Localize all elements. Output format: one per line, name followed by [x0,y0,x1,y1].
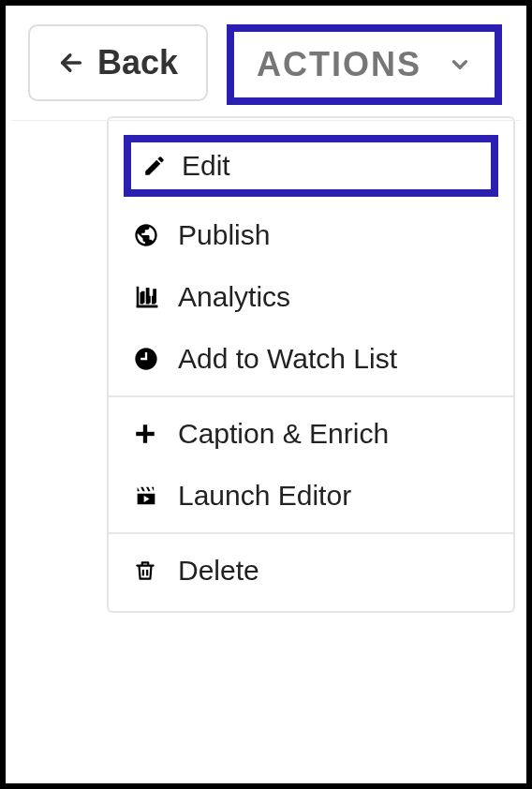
menu-item-label: Caption & Enrich [178,418,389,450]
menu-item-analytics[interactable]: Analytics [109,266,513,328]
menu-item-label: Publish [178,219,270,251]
menu-item-label: Delete [178,555,259,587]
plus-icon [133,422,178,446]
globe-icon [133,222,178,248]
pencil-icon [142,154,182,178]
svg-rect-6 [136,432,155,436]
arrow-left-icon [58,50,84,76]
menu-item-caption-enrich[interactable]: Caption & Enrich [109,403,513,465]
svg-rect-2 [140,292,144,305]
svg-rect-3 [146,288,150,305]
back-label: Back [97,43,178,82]
svg-rect-4 [152,296,155,305]
menu-item-watch-list[interactable]: Add to Watch List [109,328,513,390]
bar-chart-icon [133,283,178,311]
actions-label: ACTIONS [257,45,421,84]
actions-dropdown-menu: Edit Publish Analytics [107,116,515,613]
menu-item-publish[interactable]: Publish [109,204,513,266]
clock-icon [133,346,178,372]
menu-item-label: Launch Editor [178,480,351,512]
back-button[interactable]: Back [28,24,208,101]
menu-item-label: Edit [182,150,230,182]
menu-item-launch-editor[interactable]: Launch Editor [109,465,513,527]
actions-dropdown-button[interactable]: ACTIONS [227,24,502,105]
clapper-icon [133,483,178,509]
menu-item-label: Analytics [178,281,290,313]
menu-item-edit[interactable]: Edit [124,135,498,197]
menu-item-delete[interactable]: Delete [109,540,513,602]
chevron-down-icon [448,52,472,77]
menu-item-label: Add to Watch List [178,343,397,375]
svg-rect-1 [137,305,158,308]
trash-icon [133,558,178,584]
